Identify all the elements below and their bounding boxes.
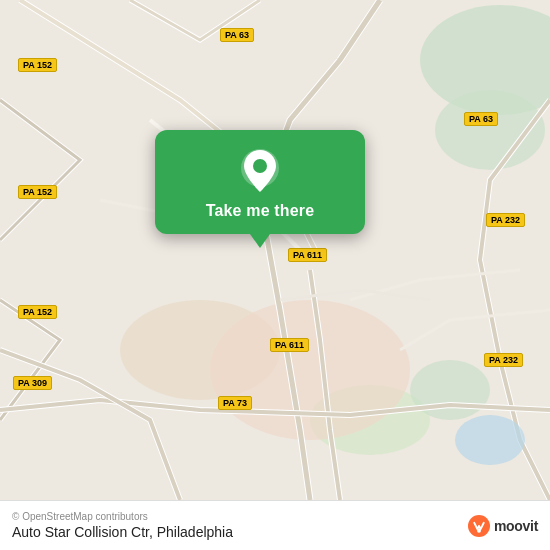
road-label-pa232-2: PA 232 <box>484 353 523 367</box>
road-label-pa152-1: PA 152 <box>18 58 57 72</box>
map-svg <box>0 0 550 500</box>
road-label-pa611-1: PA 611 <box>288 248 327 262</box>
road-label-pa73: PA 73 <box>218 396 252 410</box>
svg-point-11 <box>477 528 481 532</box>
svg-point-6 <box>210 300 410 440</box>
svg-point-7 <box>455 415 525 465</box>
map: PA 152 PA 152 PA 152 PA 63 PA 63 PA 611 … <box>0 0 550 500</box>
moovit-logo-icon <box>468 515 490 537</box>
road-label-pa152-2: PA 152 <box>18 185 57 199</box>
bottom-bar: © OpenStreetMap contributors Auto Star C… <box>0 500 550 550</box>
svg-point-4 <box>410 360 490 420</box>
svg-point-9 <box>253 159 267 173</box>
moovit-brand-text: moovit <box>494 518 538 534</box>
road-label-pa63-2: PA 63 <box>464 112 498 126</box>
road-label-pa232-1: PA 232 <box>486 213 525 227</box>
road-label-pa309: PA 309 <box>13 376 52 390</box>
road-label-pa611-2: PA 611 <box>270 338 309 352</box>
moovit-logo: moovit <box>468 515 538 537</box>
take-me-there-button[interactable]: Take me there <box>206 202 315 220</box>
road-label-pa63-1: PA 63 <box>220 28 254 42</box>
location-title: Auto Star Collision Ctr, Philadelphia <box>12 524 538 540</box>
map-attribution: © OpenStreetMap contributors <box>12 511 538 522</box>
location-pin-icon <box>237 148 283 194</box>
popup-card: Take me there <box>155 130 365 234</box>
road-label-pa152-3: PA 152 <box>18 305 57 319</box>
